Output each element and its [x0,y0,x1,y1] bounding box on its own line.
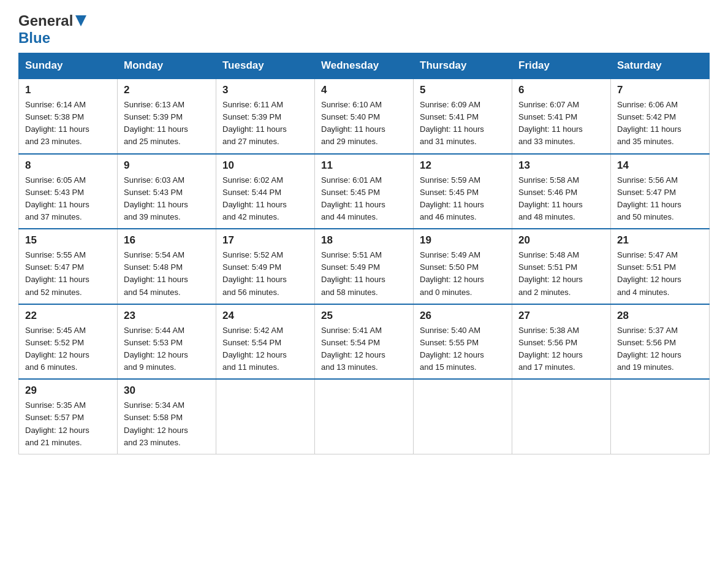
day-info: Sunrise: 5:58 AMSunset: 5:46 PMDaylight:… [518,175,583,221]
day-info: Sunrise: 6:01 AMSunset: 5:45 PMDaylight:… [321,175,385,221]
weekday-header-wednesday: Wednesday [315,53,414,79]
day-number: 24 [222,310,308,322]
day-info: Sunrise: 5:38 AMSunset: 5:56 PMDaylight:… [518,326,583,372]
day-info: Sunrise: 5:55 AMSunset: 5:47 PMDaylight:… [25,250,89,296]
calendar-day-cell: 4 Sunrise: 6:10 AMSunset: 5:40 PMDayligh… [315,79,414,154]
day-info: Sunrise: 6:06 AMSunset: 5:42 PMDaylight:… [617,100,681,146]
day-number: 30 [124,385,210,397]
day-number: 1 [25,84,111,96]
weekday-header-thursday: Thursday [414,53,512,79]
weekday-header-friday: Friday [512,53,611,79]
calendar-day-cell: 15 Sunrise: 5:55 AMSunset: 5:47 PMDaylig… [19,229,118,304]
day-number: 17 [222,234,308,247]
day-info: Sunrise: 6:11 AMSunset: 5:39 PMDaylight:… [222,100,287,146]
day-number: 4 [321,84,407,96]
day-info: Sunrise: 6:14 AMSunset: 5:38 PMDaylight:… [25,100,89,146]
calendar-day-cell [216,379,315,454]
calendar-day-cell: 8 Sunrise: 6:05 AMSunset: 5:43 PMDayligh… [19,154,118,229]
calendar-day-cell: 2 Sunrise: 6:13 AMSunset: 5:39 PMDayligh… [118,79,216,154]
weekday-header-row: SundayMondayTuesdayWednesdayThursdayFrid… [19,53,710,79]
day-number: 5 [420,84,506,96]
day-info: Sunrise: 5:52 AMSunset: 5:49 PMDaylight:… [222,250,287,296]
calendar-week-row: 22 Sunrise: 5:45 AMSunset: 5:52 PMDaylig… [19,304,710,380]
day-info: Sunrise: 5:37 AMSunset: 5:56 PMDaylight:… [617,326,681,372]
day-number: 2 [124,84,210,96]
day-info: Sunrise: 5:45 AMSunset: 5:52 PMDaylight:… [25,326,89,372]
day-number: 16 [124,234,210,247]
weekday-header-tuesday: Tuesday [216,53,315,79]
logo-blue-text: Blue [18,29,50,46]
calendar-day-cell: 1 Sunrise: 6:14 AMSunset: 5:38 PMDayligh… [19,79,118,154]
day-number: 20 [518,234,604,247]
logo-triangle-icon [75,15,86,29]
day-info: Sunrise: 5:47 AMSunset: 5:51 PMDaylight:… [617,250,681,296]
day-info: Sunrise: 6:05 AMSunset: 5:43 PMDaylight:… [25,175,89,221]
day-info: Sunrise: 5:49 AMSunset: 5:50 PMDaylight:… [420,250,484,296]
calendar-day-cell: 18 Sunrise: 5:51 AMSunset: 5:49 PMDaylig… [315,229,414,304]
day-number: 25 [321,310,407,322]
calendar-day-cell: 26 Sunrise: 5:40 AMSunset: 5:55 PMDaylig… [414,304,512,380]
calendar-day-cell: 23 Sunrise: 5:44 AMSunset: 5:53 PMDaylig… [118,304,216,380]
calendar-day-cell: 6 Sunrise: 6:07 AMSunset: 5:41 PMDayligh… [512,79,611,154]
calendar-day-cell: 29 Sunrise: 5:35 AMSunset: 5:57 PMDaylig… [19,379,118,454]
day-number: 14 [617,159,703,172]
day-number: 15 [25,234,111,247]
calendar-week-row: 29 Sunrise: 5:35 AMSunset: 5:57 PMDaylig… [19,379,710,454]
calendar-day-cell: 24 Sunrise: 5:42 AMSunset: 5:54 PMDaylig… [216,304,315,380]
calendar-day-cell: 17 Sunrise: 5:52 AMSunset: 5:49 PMDaylig… [216,229,315,304]
day-number: 23 [124,310,210,322]
calendar-day-cell: 12 Sunrise: 5:59 AMSunset: 5:45 PMDaylig… [414,154,512,229]
day-number: 19 [420,234,506,247]
day-info: Sunrise: 5:35 AMSunset: 5:57 PMDaylight:… [25,400,89,446]
day-info: Sunrise: 5:42 AMSunset: 5:54 PMDaylight:… [222,326,287,372]
svg-marker-0 [75,15,86,26]
day-number: 11 [321,159,407,172]
calendar-week-row: 1 Sunrise: 6:14 AMSunset: 5:38 PMDayligh… [19,79,710,154]
calendar-day-cell: 30 Sunrise: 5:34 AMSunset: 5:58 PMDaylig… [118,379,216,454]
calendar-day-cell: 13 Sunrise: 5:58 AMSunset: 5:46 PMDaylig… [512,154,611,229]
day-info: Sunrise: 5:54 AMSunset: 5:48 PMDaylight:… [124,250,188,296]
weekday-header-saturday: Saturday [611,53,710,79]
day-info: Sunrise: 6:07 AMSunset: 5:41 PMDaylight:… [518,100,583,146]
day-number: 21 [617,234,703,247]
day-info: Sunrise: 6:09 AMSunset: 5:41 PMDaylight:… [420,100,484,146]
day-info: Sunrise: 5:44 AMSunset: 5:53 PMDaylight:… [124,326,188,372]
calendar-day-cell: 22 Sunrise: 5:45 AMSunset: 5:52 PMDaylig… [19,304,118,380]
day-number: 26 [420,310,506,322]
calendar-week-row: 8 Sunrise: 6:05 AMSunset: 5:43 PMDayligh… [19,154,710,229]
weekday-header-monday: Monday [118,53,216,79]
calendar-day-cell [512,379,611,454]
calendar-day-cell: 16 Sunrise: 5:54 AMSunset: 5:48 PMDaylig… [118,229,216,304]
calendar-day-cell [414,379,512,454]
day-info: Sunrise: 5:51 AMSunset: 5:49 PMDaylight:… [321,250,385,296]
weekday-header-sunday: Sunday [19,53,118,79]
day-number: 27 [518,310,604,322]
calendar-day-cell: 11 Sunrise: 6:01 AMSunset: 5:45 PMDaylig… [315,154,414,229]
calendar-day-cell: 3 Sunrise: 6:11 AMSunset: 5:39 PMDayligh… [216,79,315,154]
calendar-day-cell [611,379,710,454]
day-info: Sunrise: 6:02 AMSunset: 5:44 PMDaylight:… [222,175,287,221]
day-number: 29 [25,385,111,397]
logo-general-text: General [18,12,73,29]
calendar-day-cell: 5 Sunrise: 6:09 AMSunset: 5:41 PMDayligh… [414,79,512,154]
day-number: 13 [518,159,604,172]
calendar-table: SundayMondayTuesdayWednesdayThursdayFrid… [18,53,710,454]
logo: General Blue [18,12,86,47]
day-number: 7 [617,84,703,96]
day-number: 22 [25,310,111,322]
day-number: 18 [321,234,407,247]
calendar-day-cell: 25 Sunrise: 5:41 AMSunset: 5:54 PMDaylig… [315,304,414,380]
day-info: Sunrise: 6:13 AMSunset: 5:39 PMDaylight:… [124,100,188,146]
day-number: 6 [518,84,604,96]
calendar-day-cell: 10 Sunrise: 6:02 AMSunset: 5:44 PMDaylig… [216,154,315,229]
day-info: Sunrise: 6:03 AMSunset: 5:43 PMDaylight:… [124,175,188,221]
calendar-day-cell: 28 Sunrise: 5:37 AMSunset: 5:56 PMDaylig… [611,304,710,380]
calendar-week-row: 15 Sunrise: 5:55 AMSunset: 5:47 PMDaylig… [19,229,710,304]
day-number: 9 [124,159,210,172]
day-info: Sunrise: 6:10 AMSunset: 5:40 PMDaylight:… [321,100,385,146]
day-number: 12 [420,159,506,172]
calendar-day-cell: 7 Sunrise: 6:06 AMSunset: 5:42 PMDayligh… [611,79,710,154]
day-info: Sunrise: 5:40 AMSunset: 5:55 PMDaylight:… [420,326,484,372]
calendar-day-cell: 20 Sunrise: 5:48 AMSunset: 5:51 PMDaylig… [512,229,611,304]
day-number: 3 [222,84,308,96]
